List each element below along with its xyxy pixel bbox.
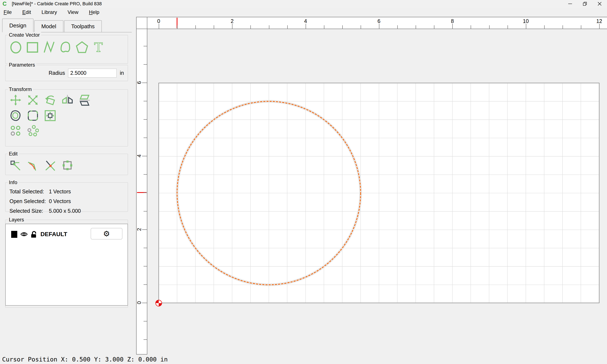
gear-icon: ⚙	[103, 230, 110, 238]
info-section: Info Total Selected: 1 Vectors Open Sele…	[5, 182, 128, 212]
status-bar: Cursor Position X: 0.500 Y: 3.000 Z: 0.0…	[0, 354, 607, 364]
ruler-tick	[144, 101, 147, 101]
ruler-tick	[269, 25, 269, 29]
ruler-label: 12	[596, 18, 602, 24]
layer-unlocked-icon[interactable]	[31, 231, 37, 238]
ruler-tick	[177, 25, 177, 29]
info-label: Total Selected:	[10, 189, 49, 195]
move-tool-icon[interactable]	[10, 94, 22, 106]
layers-title: Layers	[8, 217, 25, 223]
mirror-vertical-tool-icon[interactable]	[79, 94, 91, 106]
fillet-tool-icon[interactable]	[27, 159, 39, 171]
ruler-tick	[397, 25, 398, 29]
ruler-tick	[144, 321, 147, 322]
ruler-tick	[144, 119, 147, 120]
rectangle-tool-icon[interactable]	[26, 41, 39, 54]
cursor-position-readout: Cursor Position X: 0.500 Y: 3.000 Z: 0.0…	[2, 356, 168, 363]
menu-library[interactable]: Library	[38, 9, 61, 15]
stock-canvas[interactable]	[150, 75, 607, 323]
svg-text:T: T	[94, 41, 103, 54]
scale-to-fit-tool-icon[interactable]	[44, 110, 56, 122]
menu-help[interactable]: Help	[85, 9, 103, 15]
info-row-selected-size: Selected Size: 5.000 x 5.000	[10, 208, 128, 214]
ruler-tick	[144, 211, 147, 211]
layer-visible-eye-icon[interactable]	[20, 232, 28, 237]
ruler-tick	[416, 25, 416, 29]
radius-input[interactable]	[68, 69, 117, 78]
ruler-tick	[144, 339, 147, 340]
tab-design[interactable]: Design	[2, 19, 34, 32]
layer-color-swatch[interactable]	[11, 231, 17, 238]
window-controls	[563, 0, 607, 8]
close-icon	[597, 1, 602, 6]
title-bar: C [NewFile]* - Carbide Create PRO, Build…	[0, 0, 607, 8]
layers-list[interactable]: DEFAULT ⚙	[5, 224, 128, 306]
origin-marker-icon	[156, 300, 162, 306]
ruler-tick	[144, 266, 147, 266]
trim-vectors-tool-icon[interactable]	[44, 159, 56, 171]
minimize-button[interactable]	[563, 0, 578, 8]
layer-name: DEFAULT	[40, 231, 67, 238]
create-vector-section: Create Vector T	[5, 35, 128, 64]
ruler-tick	[342, 25, 343, 29]
ruler-tick	[159, 24, 159, 29]
ruler-label: 0	[157, 18, 160, 24]
ruler-tick	[379, 24, 379, 29]
layer-settings-button[interactable]: ⚙	[91, 228, 122, 239]
rotate-tool-icon[interactable]	[44, 94, 56, 106]
ruler-label: 8	[451, 18, 454, 24]
transform-section: Transform	[5, 89, 128, 146]
ruler-tick	[489, 25, 490, 29]
horizontal-ruler: 024681012	[147, 17, 607, 29]
canvas-area[interactable]: 024681012 6420	[132, 17, 607, 354]
minimize-icon	[568, 1, 572, 6]
app-logo-icon: C	[2, 1, 9, 7]
ruler-label: 2	[136, 227, 142, 232]
ruler-tick	[195, 25, 196, 29]
info-label: Selected Size:	[10, 208, 49, 214]
layer-row-default[interactable]: DEFAULT ⚙	[6, 227, 128, 242]
ruler-label: 4	[304, 18, 307, 24]
text-tool-icon[interactable]: T	[92, 41, 105, 54]
create-vector-title: Create Vector	[8, 32, 41, 38]
resize-handles-tool-icon[interactable]	[62, 159, 73, 171]
node-edit-tool-icon[interactable]	[10, 159, 22, 171]
restore-icon	[582, 1, 587, 6]
edit-title: Edit	[8, 151, 19, 157]
maximize-button[interactable]	[578, 0, 592, 8]
parameters-title: Parameters	[8, 62, 36, 68]
ruler-label: 6	[378, 18, 381, 24]
mirror-horizontal-tool-icon[interactable]	[62, 94, 73, 106]
tab-bar: Design Model Toolpaths	[2, 19, 136, 32]
info-title: Info	[8, 180, 19, 185]
trim-dashed-tool-icon[interactable]	[27, 110, 39, 122]
tab-toolpaths[interactable]: Toolpaths	[64, 20, 102, 32]
ruler-tick	[144, 174, 147, 175]
polyline-tool-icon[interactable]	[43, 41, 56, 54]
ruler-tick	[142, 303, 147, 303]
ruler-label: 4	[136, 153, 142, 159]
scale-tool-icon[interactable]	[27, 94, 39, 106]
edit-section: Edit	[5, 154, 128, 175]
info-value: 5.000 x 5.000	[49, 208, 81, 214]
ruler-tick	[508, 25, 508, 29]
grid-array-tool-icon[interactable]	[10, 125, 22, 137]
ruler-tick	[361, 25, 361, 29]
menu-file[interactable]: File	[0, 9, 15, 15]
ruler-tick	[526, 24, 526, 29]
tab-model[interactable]: Model	[34, 20, 64, 32]
menu-view[interactable]: View	[64, 9, 82, 15]
ruler-tick	[599, 24, 600, 29]
info-row-open-selected: Open Selected: 0 Vectors	[10, 198, 128, 204]
ruler-label: 2	[231, 18, 234, 24]
polygon-tool-icon[interactable]	[76, 41, 89, 54]
offset-tool-icon[interactable]	[10, 110, 22, 122]
menu-edit[interactable]: Edit	[19, 9, 35, 15]
close-button[interactable]	[592, 0, 607, 8]
curve-tool-icon[interactable]	[59, 41, 72, 54]
ruler-corner	[136, 17, 147, 29]
ruler-tick	[144, 284, 147, 285]
circular-array-tool-icon[interactable]	[27, 125, 39, 137]
circle-tool-icon[interactable]	[10, 41, 23, 54]
ruler-tick	[287, 25, 288, 29]
